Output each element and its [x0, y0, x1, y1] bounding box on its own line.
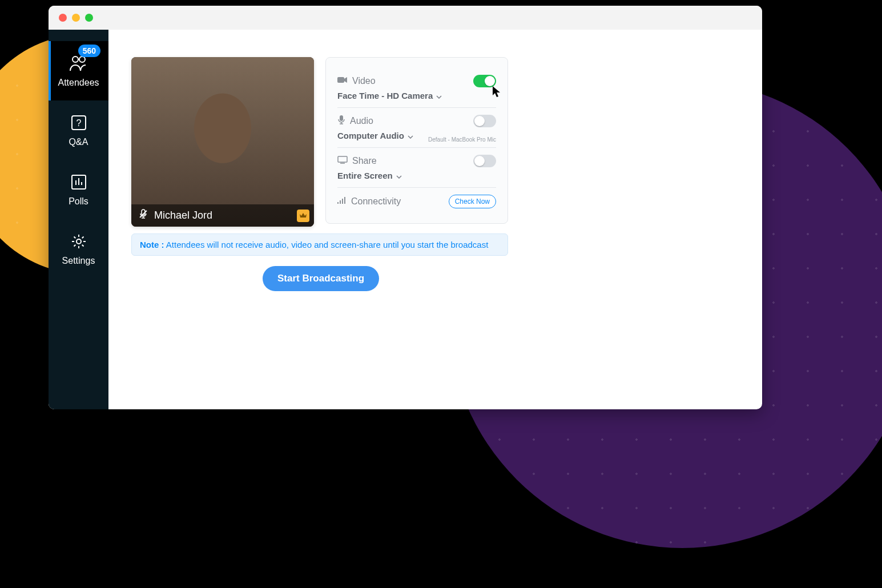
video-setting-row: Video Face Time - HD Camera — [337, 68, 496, 108]
broadcast-note: Note : Attendees will not receive audio,… — [131, 233, 508, 256]
video-icon — [337, 76, 348, 86]
video-device-select[interactable]: Face Time - HD Camera — [337, 91, 496, 100]
video-label: Video — [352, 76, 376, 86]
chevron-down-icon — [396, 171, 402, 180]
svg-rect-15 — [340, 200, 341, 204]
connectivity-row: Connectivity Check Now — [337, 188, 496, 215]
svg-point-8 — [76, 239, 81, 244]
mic-muted-icon — [138, 209, 148, 222]
share-source-name: Entire Screen — [337, 171, 393, 180]
audio-device-name: Computer Audio — [337, 131, 404, 140]
share-source-select[interactable]: Entire Screen — [337, 171, 496, 180]
svg-rect-11 — [340, 115, 343, 121]
sidebar-item-qa[interactable]: ? Q&A — [49, 100, 108, 160]
audio-toggle[interactable] — [473, 115, 496, 127]
attendees-count-badge: 560 — [78, 45, 100, 57]
presenter-name: Michael Jord — [154, 210, 212, 221]
window-maximize-icon[interactable] — [85, 14, 93, 22]
check-now-button[interactable]: Check Now — [449, 195, 496, 208]
sidebar: 560 Attendees ? — [49, 30, 108, 409]
note-text: Attendees will not receive audio, video … — [164, 240, 489, 249]
sidebar-item-label: Q&A — [69, 137, 88, 147]
window-minimize-icon[interactable] — [72, 14, 80, 22]
window-close-icon[interactable] — [59, 14, 67, 22]
share-setting-row: Share Entire Screen — [337, 148, 496, 188]
sidebar-item-polls[interactable]: Polls — [49, 160, 108, 219]
chevron-down-icon — [408, 131, 413, 140]
self-video-preview: Michael Jord — [131, 57, 314, 227]
share-label: Share — [352, 156, 377, 166]
connectivity-label: Connectivity — [351, 196, 401, 207]
window-titlebar — [49, 6, 762, 30]
svg-rect-10 — [337, 77, 344, 83]
video-device-name: Face Time - HD Camera — [337, 91, 433, 100]
signal-icon — [337, 196, 347, 207]
audio-label: Audio — [350, 116, 373, 126]
screen-share-icon — [337, 156, 348, 166]
app-window: 560 Attendees ? — [49, 6, 762, 409]
svg-rect-17 — [344, 197, 345, 204]
audio-setting-row: Audio Computer Audio Default - MacBook P… — [337, 108, 496, 148]
svg-rect-16 — [342, 199, 343, 204]
sidebar-item-attendees[interactable]: 560 Attendees — [49, 41, 108, 100]
main-content: Michael Jord Video — [108, 30, 762, 409]
sidebar-item-settings[interactable]: Settings — [49, 219, 108, 279]
qa-icon: ? — [69, 113, 88, 132]
svg-point-1 — [79, 57, 85, 62]
host-crown-icon — [297, 210, 309, 222]
mic-icon — [337, 115, 345, 127]
video-overlay: Michael Jord — [131, 204, 314, 227]
note-label: Note : — [140, 240, 164, 249]
svg-rect-14 — [337, 202, 339, 204]
polls-icon — [69, 172, 88, 192]
svg-rect-12 — [338, 156, 347, 162]
chevron-down-icon — [436, 91, 442, 100]
cursor-icon — [492, 86, 501, 98]
share-toggle[interactable] — [473, 155, 496, 167]
svg-text:?: ? — [76, 118, 81, 128]
sidebar-item-label: Attendees — [58, 78, 99, 88]
start-broadcasting-button[interactable]: Start Broadcasting — [263, 266, 379, 291]
svg-point-0 — [73, 57, 78, 62]
gear-icon — [69, 232, 88, 251]
video-placeholder — [131, 57, 314, 227]
audio-default-meta: Default - MacBook Pro Mic — [428, 136, 496, 143]
sidebar-item-label: Polls — [69, 196, 88, 207]
av-settings-card: Video Face Time - HD Camera — [325, 57, 508, 224]
sidebar-item-label: Settings — [62, 256, 95, 266]
